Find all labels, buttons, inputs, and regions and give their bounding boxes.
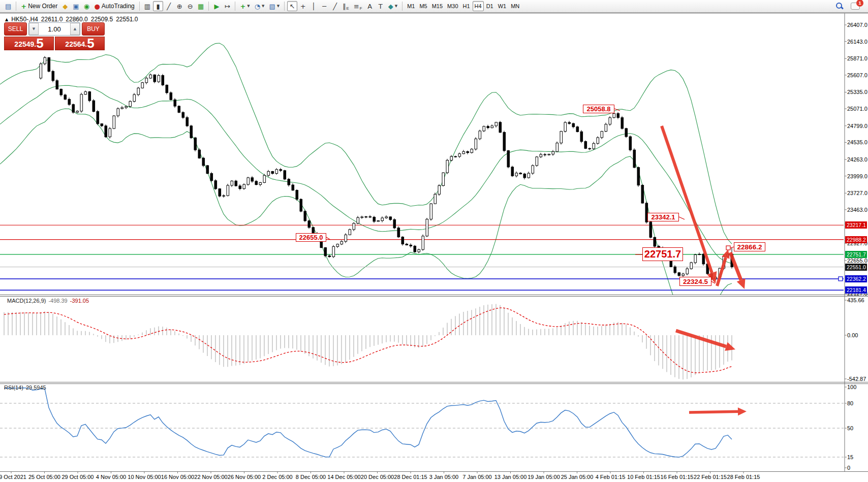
auto-scroll-icon[interactable]: ▶	[211, 1, 222, 11]
rsi-scale-label: 100	[847, 384, 856, 390]
autotrading-button-label: AutoTrading	[102, 3, 135, 10]
timeframe-button-h4[interactable]: H4	[473, 1, 484, 11]
sell-button[interactable]: SELL	[4, 22, 27, 36]
text-icon: A	[367, 3, 372, 10]
toolbar-separator	[16, 2, 16, 11]
timeframe-button-d1[interactable]: D1	[484, 1, 495, 11]
search-icon[interactable]	[836, 3, 844, 10]
toolbar-separator	[208, 2, 209, 11]
signals-icon: ◉	[84, 3, 89, 10]
tile-windows-icon[interactable]: ▦	[196, 1, 206, 11]
crosshair-icon[interactable]: +	[298, 1, 308, 11]
volume-increase-button[interactable]: ▲	[70, 23, 80, 35]
indicators-icon[interactable]: +▼	[238, 1, 252, 11]
periods-icon[interactable]: ◔▼	[253, 1, 267, 11]
horizontal-line-icon[interactable]: ─	[319, 1, 329, 11]
x-axis-label: 22 Feb 01:15	[694, 474, 727, 480]
bar-chart-icon: ▥	[144, 3, 150, 10]
zoom-out-icon[interactable]: ⊖	[185, 1, 195, 11]
timeframe-label: M15	[432, 3, 443, 9]
publisher-icon[interactable]: ▣	[71, 1, 81, 11]
zoom-in-icon[interactable]: ⊕	[174, 1, 184, 11]
toolbar-separator	[402, 2, 402, 11]
icon-sub-letter: E	[347, 6, 349, 11]
x-axis-label: 14 Dec 05:00	[327, 474, 360, 480]
toolbar: ▤+New Order◆▣◉●AutoTrading▥▮╱⊕⊖▦▶↦+▼◔▼▧▼…	[0, 0, 868, 13]
ticker-icon[interactable]: ◆	[60, 1, 70, 11]
chart-symbol-title: HK50-,H4	[11, 16, 38, 23]
rsi-scale-label: 0	[847, 465, 850, 471]
x-axis-label: 2 Dec 05:00	[262, 474, 292, 480]
x-axis-label: 28 Dec 01:15	[394, 474, 427, 480]
line-chart-icon[interactable]: ╱	[164, 1, 174, 11]
vertical-line-icon[interactable]: │	[308, 1, 319, 11]
rsi-scale-label: 50	[847, 425, 853, 431]
y-axis-label: 24263.0	[847, 156, 867, 163]
buy-button[interactable]: BUY	[82, 22, 105, 36]
candlestick-chart-icon[interactable]: ▮	[153, 1, 163, 11]
timeframe-button-mn[interactable]: MN	[509, 1, 521, 11]
sell-price-main: 22549.	[14, 39, 36, 49]
buy-price-button[interactable]: 22564.5	[55, 37, 105, 50]
tile-windows-icon: ▦	[198, 3, 204, 10]
autotrading-button[interactable]: ●AutoTrading	[92, 1, 137, 11]
bar-chart-icon[interactable]: ▥	[142, 1, 152, 11]
toolbar-separator	[284, 2, 285, 11]
notifications-icon[interactable]: 1	[851, 3, 860, 10]
sell-price-button[interactable]: 22549.5	[4, 37, 54, 50]
timeframe-button-h1[interactable]: H1	[461, 1, 472, 11]
trendline-icon[interactable]: ╱	[330, 1, 340, 11]
price-badge-22988.2: 22988.2	[845, 236, 867, 243]
y-axis-label: 25071.0	[847, 106, 867, 112]
feb-low-label[interactable]: 22324.5	[679, 277, 711, 286]
x-axis-label: 25 Jan 05:00	[561, 474, 594, 480]
ticker-icon: ◆	[63, 3, 68, 10]
y-axis-label: 24799.0	[847, 123, 867, 129]
price-badge-23217.1: 23217.1	[845, 221, 867, 229]
x-axis-label: 10 Nov 05:00	[128, 474, 161, 480]
zoom-in-icon: ⊕	[177, 3, 182, 10]
timeframe-label: H4	[475, 3, 482, 9]
timeframe-button-w1[interactable]: W1	[496, 1, 509, 11]
sell-price-pips: 5	[36, 37, 43, 49]
timeframe-button-m1[interactable]: M1	[405, 1, 417, 11]
templates-icon: ▧	[269, 3, 275, 10]
crosshair-icon: +	[300, 3, 306, 10]
bounce-high-label[interactable]: 22866.2	[734, 242, 765, 251]
y-axis-label: 25335.0	[847, 89, 867, 95]
shapes-icon: ◆	[388, 3, 393, 10]
y-axis-label: 23727.0	[847, 190, 867, 196]
new-order-button[interactable]: +New Order	[19, 1, 59, 11]
cursor-icon[interactable]: ↖	[287, 1, 297, 11]
timeframe-label: W1	[498, 3, 507, 9]
toolbar-separator	[139, 2, 140, 11]
label-icon[interactable]: T	[376, 1, 386, 11]
x-axis-label: 13 Jan 05:00	[494, 474, 527, 480]
line-chart-icon: ╱	[167, 3, 171, 10]
new-order-icon: +	[21, 3, 26, 10]
volume-field[interactable]: 1.00	[39, 23, 70, 35]
x-axis-label: 26 Nov 05:00	[228, 474, 261, 480]
signals-icon[interactable]: ◉	[82, 1, 92, 11]
shapes-icon[interactable]: ◆▼	[386, 1, 399, 11]
text-icon[interactable]: A	[365, 1, 375, 11]
chart-shift-icon[interactable]: ↦	[222, 1, 232, 11]
support-price-label-large[interactable]: 22751.7	[642, 247, 683, 261]
high-price-label[interactable]: 25058.8	[583, 105, 614, 113]
x-axis-label: 25 Oct 05:00	[28, 474, 60, 480]
timeframe-button-m5[interactable]: M5	[417, 1, 429, 11]
timeframe-button-m15[interactable]: M15	[430, 1, 445, 11]
channel-icon[interactable]: ∥E	[340, 1, 351, 11]
breakdown-price-label[interactable]: 23342.1	[647, 213, 679, 221]
volume-decrease-button[interactable]: ▼	[29, 23, 39, 35]
oneclick-collapse-icon[interactable]: ▲	[5, 17, 8, 22]
one-click-trading-panel: SELL ▼ 1.00 ▲ BUY 22549.5 22564.5	[4, 22, 105, 50]
fibonacci-icon[interactable]: ≡F	[352, 1, 364, 11]
macd-scale-label: 0.00	[847, 332, 858, 338]
timeframe-button-m30[interactable]: M30	[445, 1, 460, 11]
chart-window-icon[interactable]: ▤	[3, 1, 13, 11]
dec-low-label[interactable]: 22655.0	[296, 233, 326, 242]
templates-icon[interactable]: ▧▼	[267, 1, 282, 11]
rsi-scale-label: 80	[847, 400, 853, 406]
x-axis-label: 8 Dec 05:00	[296, 474, 326, 480]
